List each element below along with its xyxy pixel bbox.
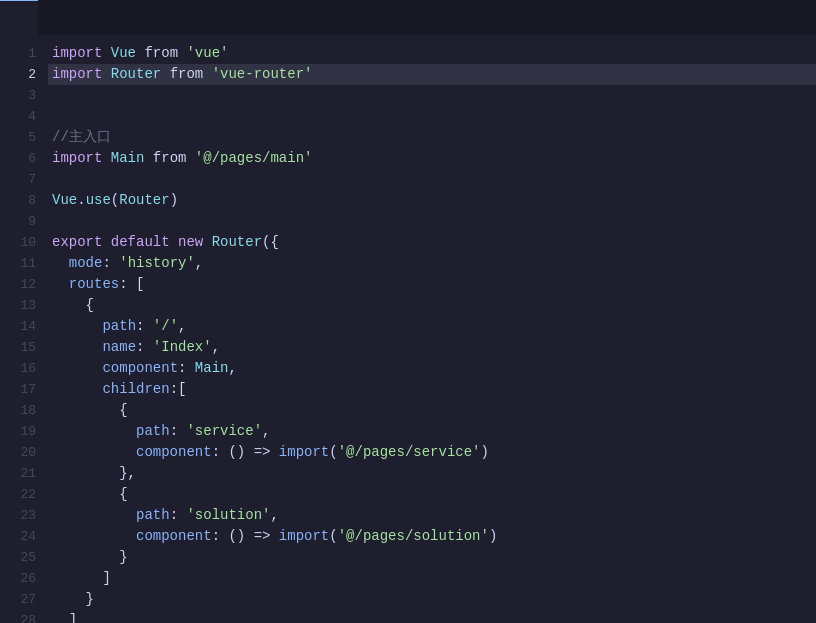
code-line-15: name: 'Index', xyxy=(48,337,816,358)
token: , xyxy=(178,316,186,337)
token: } xyxy=(52,589,94,610)
line-number-9: 9 xyxy=(0,211,36,232)
token: :[ xyxy=(170,379,187,400)
code-line-11: mode: 'history', xyxy=(48,253,816,274)
line-number-2: 2 xyxy=(0,64,36,85)
token: Router xyxy=(212,232,262,253)
code-line-8: Vue.use(Router) xyxy=(48,190,816,211)
line-number-6: 6 xyxy=(0,148,36,169)
line-number-27: 27 xyxy=(0,589,36,610)
token: ) xyxy=(489,526,497,547)
line-numbers: 1234567891011121314151617181920212223242… xyxy=(0,35,48,623)
token: from xyxy=(136,43,186,64)
code-line-9 xyxy=(48,211,816,232)
tab-bar xyxy=(0,0,816,35)
line-number-19: 19 xyxy=(0,421,36,442)
line-number-26: 26 xyxy=(0,568,36,589)
token: ] xyxy=(52,610,77,623)
token: ( xyxy=(329,526,337,547)
token: component xyxy=(102,358,178,379)
token: } xyxy=(52,547,128,568)
token: path xyxy=(136,421,170,442)
code-line-1: import Vue from 'vue' xyxy=(48,43,816,64)
token: from xyxy=(144,148,194,169)
code-line-25: } xyxy=(48,547,816,568)
code-line-21: }, xyxy=(48,463,816,484)
code-line-20: component: () => import('@/pages/service… xyxy=(48,442,816,463)
token: ) xyxy=(170,190,178,211)
line-number-24: 24 xyxy=(0,526,36,547)
editor-container: 1234567891011121314151617181920212223242… xyxy=(0,0,816,623)
token: Vue xyxy=(52,190,77,211)
token: export xyxy=(52,232,111,253)
code-line-14: path: '/', xyxy=(48,316,816,337)
token xyxy=(52,253,69,274)
line-number-21: 21 xyxy=(0,463,36,484)
code-line-19: path: 'service', xyxy=(48,421,816,442)
code-line-10: export default new Router({ xyxy=(48,232,816,253)
token: import xyxy=(52,64,111,85)
token: '@/pages/service' xyxy=(338,442,481,463)
token: , xyxy=(212,337,220,358)
code-line-18: { xyxy=(48,400,816,421)
token: '/' xyxy=(153,316,178,337)
code-line-3 xyxy=(48,85,816,106)
token xyxy=(52,358,102,379)
token: : () => xyxy=(212,526,279,547)
token: 'vue' xyxy=(186,43,228,64)
token: component xyxy=(136,526,212,547)
token: routes xyxy=(69,274,119,295)
code-line-27: } xyxy=(48,589,816,610)
token: 'solution' xyxy=(186,505,270,526)
token: '@/pages/solution' xyxy=(338,526,489,547)
token: Vue xyxy=(111,43,136,64)
code-line-22: { xyxy=(48,484,816,505)
line-number-11: 11 xyxy=(0,253,36,274)
token: default xyxy=(111,232,178,253)
line-number-17: 17 xyxy=(0,379,36,400)
code-line-16: component: Main, xyxy=(48,358,816,379)
token: '@/pages/main' xyxy=(195,148,313,169)
line-number-10: 10 xyxy=(0,232,36,253)
code-line-4 xyxy=(48,106,816,127)
token xyxy=(52,526,136,547)
file-tab[interactable] xyxy=(0,0,38,35)
token: 'history' xyxy=(119,253,195,274)
token: , xyxy=(262,421,270,442)
token xyxy=(52,379,102,400)
line-number-5: 5 xyxy=(0,127,36,148)
token: , xyxy=(228,358,236,379)
code-line-5: //主入口 xyxy=(48,127,816,148)
token: 'Index' xyxy=(153,337,212,358)
token: import xyxy=(279,442,329,463)
token xyxy=(52,337,102,358)
token: Main xyxy=(111,148,145,169)
line-number-1: 1 xyxy=(0,43,36,64)
token: 'service' xyxy=(186,421,262,442)
token: children xyxy=(102,379,169,400)
line-number-28: 28 xyxy=(0,610,36,623)
token: import xyxy=(52,43,111,64)
token: Main xyxy=(195,358,229,379)
code-line-13: { xyxy=(48,295,816,316)
line-number-4: 4 xyxy=(0,106,36,127)
token: //主入口 xyxy=(52,127,111,148)
line-number-23: 23 xyxy=(0,505,36,526)
token xyxy=(52,316,102,337)
line-number-22: 22 xyxy=(0,484,36,505)
token: new xyxy=(178,232,212,253)
token: : [ xyxy=(119,274,144,295)
token: ({ xyxy=(262,232,279,253)
token: : xyxy=(136,337,153,358)
code-line-12: routes: [ xyxy=(48,274,816,295)
token: name xyxy=(102,337,136,358)
token: path xyxy=(102,316,136,337)
token: : xyxy=(170,421,187,442)
token: Router xyxy=(119,190,169,211)
token xyxy=(52,421,136,442)
code-lines[interactable]: import Vue from 'vue'import Router from … xyxy=(48,35,816,623)
token: : () => xyxy=(212,442,279,463)
token: { xyxy=(52,400,128,421)
token: : xyxy=(102,253,119,274)
code-line-17: children:[ xyxy=(48,379,816,400)
